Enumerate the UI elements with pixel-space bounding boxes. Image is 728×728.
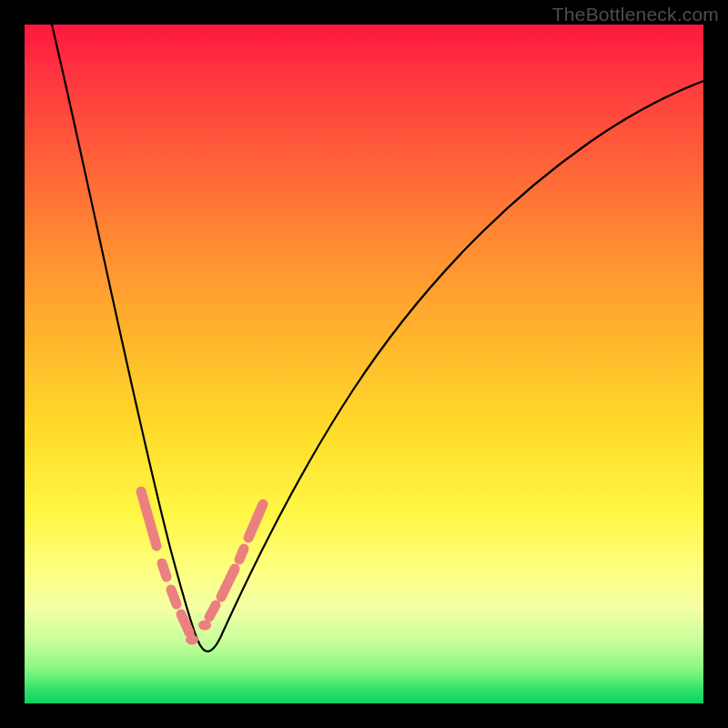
curve-path [52, 25, 703, 652]
highlight-markers [141, 491, 263, 632]
plot-area [25, 25, 703, 703]
bottleneck-curve [25, 25, 703, 703]
valley-dot-right [198, 621, 211, 631]
valley-dot-left [186, 635, 198, 645]
chart-frame: TheBottleneck.com [0, 0, 728, 728]
watermark-text: TheBottleneck.com [552, 4, 719, 25]
